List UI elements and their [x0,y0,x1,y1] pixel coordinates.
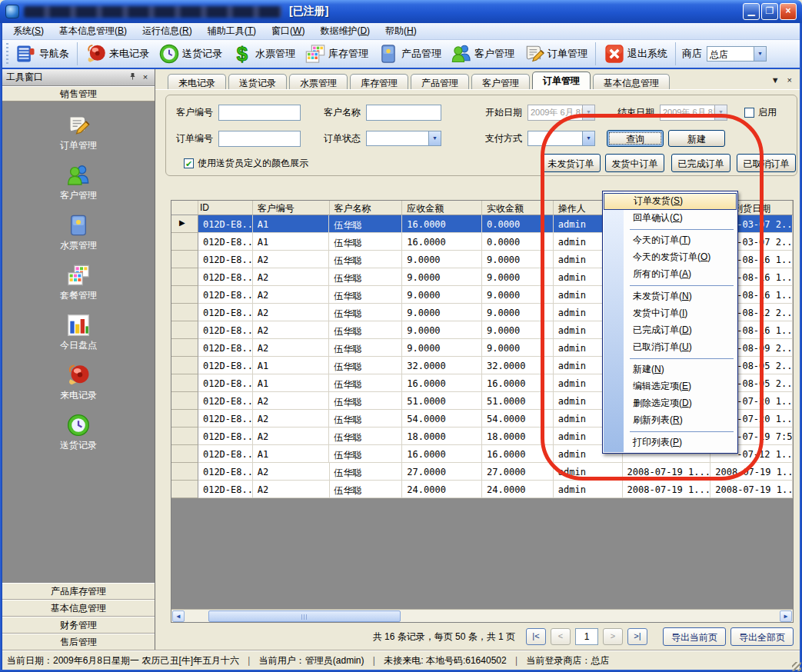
column-header-5[interactable]: 实收金额 [482,201,554,215]
toolbar-button-5[interactable]: 产品管理 [373,41,446,67]
sidebar-item-3[interactable]: 套餐管理 [32,258,125,308]
toolbar-grip[interactable] [6,43,8,65]
sidebar-item-5[interactable]: 来电记录 [32,358,125,408]
order-status-select[interactable]: ▼ [366,131,441,146]
query-button[interactable]: 查询 [607,130,664,147]
restore-button[interactable]: ❐ [761,3,778,20]
page-number-input[interactable]: 1 [575,628,598,645]
context-menu-item-17[interactable]: 打印列表(P) [604,434,737,451]
menubar-item-6[interactable]: 帮助(H) [378,22,424,40]
context-menu-item-14[interactable]: 删除选定项(D) [604,395,737,412]
resize-grip[interactable] [792,662,801,671]
close-button[interactable]: × [780,3,797,20]
context-menu-item-1[interactable]: 回单确认(C) [604,210,737,227]
toolbar-button-2[interactable]: 送货记录 [154,41,227,67]
sidebar-group-1[interactable]: 基本信息管理 [2,600,155,617]
tab-list-dropdown-icon[interactable]: ▼ [771,75,780,85]
tab-6[interactable]: 订单管理 [532,72,591,89]
status-filter-button-3[interactable]: 已取消订单 [737,154,796,172]
tab-0[interactable]: 来电记录 [168,74,226,89]
menubar-item-1[interactable]: 基本信息管理(B) [52,22,135,40]
last-page-button[interactable]: >| [627,628,647,645]
status-filter-button-2[interactable]: 已完成订单 [671,154,730,172]
order-no-input[interactable] [218,131,301,147]
table-cell: 18.0000 [482,427,554,445]
sidebar-item-2[interactable]: 水票管理 [32,208,125,258]
table-row[interactable]: 012D-E8...A2伍华聪27.000027.0000admin2008-0… [171,463,793,481]
column-header-0[interactable] [171,201,198,215]
context-menu-item-15[interactable]: 刷新列表(R) [604,412,737,429]
context-menu-item-13[interactable]: 编辑选定项(E) [604,378,737,395]
store-select[interactable]: 总店▼ [707,46,767,62]
close-tool-window-icon[interactable]: × [140,72,151,83]
new-button[interactable]: 新建 [668,130,725,147]
sidebar-item-label: 客户管理 [60,189,97,202]
sidebar-group-2[interactable]: 财务管理 [2,617,155,634]
toolbar-button-8[interactable]: 退出系统 [599,41,672,67]
tab-4[interactable]: 产品管理 [411,74,469,89]
menubar-item-0[interactable]: 系统(S) [5,22,52,40]
tab-2[interactable]: 水票管理 [289,74,348,89]
menubar-item-3[interactable]: 辅助工具(T) [200,22,264,40]
tab-close-icon[interactable]: × [787,75,792,85]
end-date-picker[interactable]: 2009年 6月 8日▼ [660,105,727,121]
menubar-item-2[interactable]: 运行信息(R) [135,22,200,40]
toolbar-button-3[interactable]: $水票管理 [227,41,300,67]
table-cell: A2 [253,410,330,427]
row-selector-cell [171,392,198,410]
menubar-item-4[interactable]: 窗口(W) [264,22,312,40]
column-header-3[interactable]: 客户名称 [330,201,403,215]
scroll-left-icon[interactable]: ◀ [172,610,185,622]
context-menu-item-3[interactable]: 今天的订单(T) [604,232,737,249]
context-menu-item-8[interactable]: 发货中订单(I) [604,305,737,322]
table-horizontal-scrollbar[interactable]: ◀ ▶ [171,609,793,622]
context-menu-item-9[interactable]: 已完成订单(D) [604,322,737,339]
minimize-button[interactable]: ▁ [743,3,760,20]
tab-5[interactable]: 客户管理 [471,74,530,89]
sidebar-item-0[interactable]: 订单管理 [32,108,125,158]
sidebar-item-6[interactable]: 送货记录 [32,408,125,457]
sidebar-item-1[interactable]: 客户管理 [32,158,125,208]
table-row[interactable]: 012D-E8...A2伍华聪24.000024.0000admin2008-0… [171,481,793,498]
deliveryman-color-checkbox[interactable]: ✔ 使用送货员定义的颜色展示 [184,157,308,170]
context-menu-item-10[interactable]: 已取消订单(U) [604,339,737,356]
first-page-button[interactable]: |< [526,628,546,645]
export-all-pages-button[interactable]: 导出全部页 [730,627,794,646]
tab-7[interactable]: 基本信息管理 [593,74,670,89]
status-filter-button-1[interactable]: 发货中订单 [605,154,664,172]
pay-method-select[interactable]: ▼ [527,131,595,146]
context-menu-item-0[interactable]: 订单发货(S) [604,193,737,210]
sidebar-item-4[interactable]: 今日盘点 [32,308,125,358]
context-menu-item-7[interactable]: 未发货订单(N) [604,288,737,305]
tab-1[interactable]: 送货记录 [228,74,287,89]
prev-page-button[interactable]: < [551,628,571,645]
scroll-right-icon[interactable]: ▶ [780,610,792,622]
customer-no-input[interactable] [218,105,301,121]
context-menu-item-12[interactable]: 新建(N) [604,361,737,378]
toolbar-button-1[interactable]: 来电记录 [81,41,154,67]
pin-icon[interactable] [127,72,138,83]
toolbar-button-6[interactable]: 客户管理 [446,41,519,67]
tab-3[interactable]: 库存管理 [350,74,408,89]
chart-icon [66,313,91,338]
enable-checkbox[interactable]: 启用 [744,106,777,119]
context-menu-item-5[interactable]: 所有的订单(A) [604,266,737,283]
next-page-button[interactable]: > [603,628,623,645]
sidebar-group-3[interactable]: 售后管理 [2,634,155,650]
menubar-item-5[interactable]: 数据维护(D) [312,22,378,40]
start-date-picker[interactable]: 2009年 6月 8日▼ [527,105,595,121]
row-selector-cell [171,481,198,498]
context-menu-item-4[interactable]: 今天的发货订单(O) [604,249,737,266]
sidebar-group-sales[interactable]: 销售管理 [2,86,155,101]
status-filter-button-0[interactable]: 未发货订单 [541,154,601,172]
toolbar-button-7[interactable]: 订单管理 [519,41,592,67]
customer-name-input[interactable] [366,105,441,121]
toolbar-button-4[interactable]: 库存管理 [300,41,373,67]
column-header-2[interactable]: 客户编号 [253,201,330,215]
column-header-1[interactable]: ID [198,201,253,215]
export-current-page-button[interactable]: 导出当前页 [663,627,726,646]
toolbar-button-0[interactable]: 导航条 [11,41,74,67]
sidebar-group-0[interactable]: 产品库存管理 [2,583,155,600]
column-header-4[interactable]: 应收金额 [402,201,482,215]
scrollbar-thumb[interactable] [208,610,401,622]
